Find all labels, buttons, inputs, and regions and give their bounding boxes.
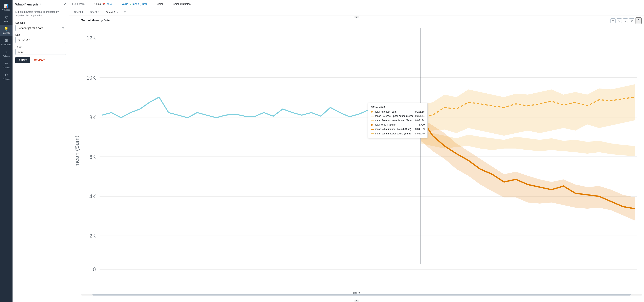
svg-text:10K: 10K [86,75,96,81]
panel-description: Explore how this forecast is projected b… [12,8,69,19]
tab-sheet1[interactable]: Sheet 1 [71,9,86,15]
panel-header: What-if analysis ℹ ✕ [12,0,69,8]
svg-text:6K: 6K [90,154,96,160]
target-input[interactable] [15,49,66,55]
x-axis-icon: 📅 [102,3,106,6]
panel-body: Scenario Set a target for a date Date Ta… [12,19,69,65]
action-row: APPLY REMOVE [15,57,66,63]
scenario-field: Scenario Set a target for a date [15,22,66,31]
svg-point-21 [419,116,422,119]
apply-button[interactable]: APPLY [15,57,30,63]
svg-text:4K: 4K [90,194,96,200]
scrollbar-area[interactable] [81,294,642,296]
scrollbar-thumb[interactable] [92,294,631,295]
actions-icon: ▷ [5,50,8,54]
sidebar-label-filter: Filter [4,21,8,23]
value-tab[interactable]: Value # mean (Sum) [121,3,148,6]
x-axis-tab[interactable]: X axis 📅 date [93,3,113,6]
sidebar-item-actions[interactable]: ▷ Actions [0,48,12,59]
sidebar-item-themes[interactable]: ✏ Themes [0,59,12,71]
info-icon[interactable]: ℹ [40,3,40,6]
chart-area: ▲ Sum of Mean by Date ✏ ⤡ ▽ ⚙ ⋮ [69,16,644,302]
parameters-icon: ⊞ [5,38,8,43]
sidebar-label-parameters: Parameters [1,44,12,46]
sidebar-label-themes: Themes [2,67,10,69]
filter-tool-button[interactable]: ▽ [623,18,628,23]
themes-icon: ✏ [5,61,8,66]
tab-sheet3[interactable]: Sheet 3 [87,9,102,15]
sidebar-item-parameters[interactable]: ⊞ Parameters [0,36,12,48]
sidebar-item-settings[interactable]: ⚙ Settings [0,71,12,82]
top-bar: Field wells X axis 📅 date Value # mean (… [69,0,644,8]
chart-svg-wrapper: 12K 10K 8K 6K 4K 2K 0 mean (Sum) [69,23,644,290]
divider-2 [117,2,117,6]
settings-icon: ⚙ [5,73,8,77]
panel-title: What-if analysis ℹ [15,3,40,6]
target-label: Target [15,45,66,48]
value-value: mean (Sum) [132,3,147,6]
sidebar-item-visualize[interactable]: 📊 Visualize [0,2,12,13]
expand-bottom-arrow[interactable]: ▼ [354,299,358,302]
scenario-label: Scenario [15,22,66,24]
divider-3 [152,2,152,6]
svg-marker-17 [421,84,635,136]
x-axis-value: date [106,3,112,6]
svg-text:2K: 2K [90,233,96,239]
date-field: Date [15,33,66,43]
insights-icon: 💡 [4,27,8,31]
date-input[interactable] [15,37,66,43]
field-wells-label: Field wells [72,3,84,6]
sidebar: 📊 Visualize ▽ Filter 💡 Insights ⊞ Parame… [0,0,12,302]
expand-tool-button[interactable]: ⤡ [617,18,622,23]
tab-sheet5-dropdown-icon[interactable]: ▼ [116,11,118,14]
svg-text:12K: 12K [86,35,96,41]
value-icon: # [130,3,131,6]
svg-text:0: 0 [93,266,96,273]
edit-tool-button[interactable]: ✏ [610,18,616,23]
small-multiples-tab[interactable]: Small multiples [172,3,192,6]
filter-icon: ▽ [5,15,8,20]
scrollbar-track [81,294,642,295]
sidebar-label-settings: Settings [2,78,10,80]
sidebar-item-filter[interactable]: ▽ Filter [0,13,12,25]
target-field: Target [15,45,66,55]
sidebar-label-visualize: Visualize [2,9,10,11]
svg-text:mean (Sum): mean (Sum) [74,136,80,167]
color-tab[interactable]: Color [156,3,164,6]
chart-svg: 12K 10K 8K 6K 4K 2K 0 mean (Sum) [71,23,642,290]
scenario-select[interactable]: Set a target for a date [15,25,66,31]
add-tab-button[interactable]: + [122,9,128,15]
tabs-bar: Sheet 1 Sheet 3 Sheet 5 ▼ + [69,8,644,16]
svg-text:8K: 8K [90,114,96,120]
main-content: Field wells X axis 📅 date Value # mean (… [69,0,644,302]
divider-4 [168,2,168,6]
settings-tool-button[interactable]: ⚙ [629,18,634,23]
sidebar-item-insights[interactable]: 💡 Insights [0,25,12,36]
date-label: Date [15,33,66,36]
svg-marker-19 [421,118,635,220]
sidebar-label-actions: Actions [3,55,10,57]
remove-button[interactable]: REMOVE [32,57,47,63]
panel-close-button[interactable]: ✕ [64,3,66,6]
what-if-panel: What-if analysis ℹ ✕ Explore how this fo… [12,0,69,302]
visualize-icon: 📊 [4,4,8,8]
sidebar-label-insights: Insights [3,32,10,34]
chart-container: Sum of Mean by Date ✏ ⤡ ▽ ⚙ ⋮ [69,16,644,296]
tab-sheet5[interactable]: Sheet 5 ▼ [103,9,121,15]
chart-title: Sum of Mean by Date [69,16,644,23]
